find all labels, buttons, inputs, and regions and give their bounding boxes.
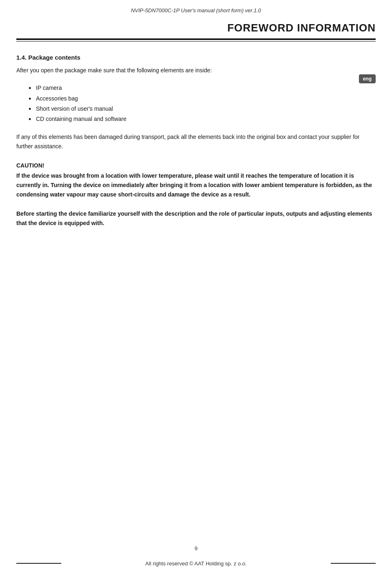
- language-badge: eng: [359, 74, 376, 83]
- package-list: IP camera Accessories bag Short version …: [29, 83, 376, 124]
- caution-title: CAUTION!: [16, 162, 376, 169]
- final-note: Before starting the device familiarize y…: [16, 209, 376, 228]
- list-item: Short version of user's manual: [29, 104, 376, 114]
- page-number: 9: [0, 545, 392, 551]
- section-title: 1.4. Package contents: [16, 54, 376, 61]
- footer-copyright: All rights reserved © AAT Holding sp. z …: [145, 560, 247, 567]
- main-content: eng 1.4. Package contents After you open…: [0, 42, 392, 228]
- list-item: Accessories bag: [29, 94, 376, 104]
- list-item: CD containing manual and software: [29, 114, 376, 124]
- caution-section: CAUTION! If the device was brought from …: [16, 162, 376, 199]
- document-title: NVIP-5DN7000C-1P User's manual (short fo…: [131, 7, 261, 13]
- thick-divider: [16, 38, 376, 40]
- package-intro: After you open the package make sure tha…: [16, 66, 376, 75]
- page-header: NVIP-5DN7000C-1P User's manual (short fo…: [0, 0, 392, 18]
- caution-body: If the device was brought from a locatio…: [16, 171, 376, 199]
- foreword-title: FOREWORD INFORMATION: [227, 22, 376, 34]
- transport-paragraph: If any of this elements has been damaged…: [16, 132, 376, 151]
- foreword-title-area: FOREWORD INFORMATION: [0, 18, 392, 34]
- footer-text-area: All rights reserved © AAT Holding sp. z …: [0, 560, 392, 567]
- list-item: IP camera: [29, 83, 376, 93]
